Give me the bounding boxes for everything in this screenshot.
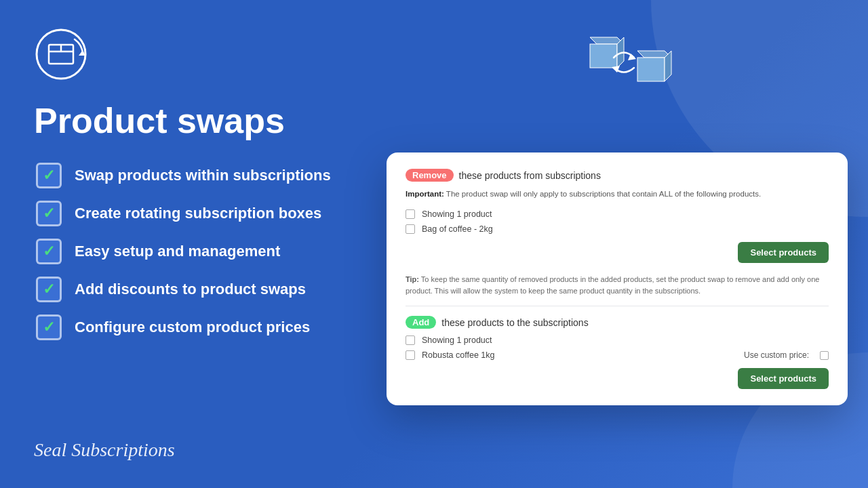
remove-product-row-0: Showing 1 product (406, 209, 829, 219)
remove-select-products-button[interactable]: Select products (738, 242, 829, 263)
brand-signature: Seal Subscriptions (34, 439, 353, 461)
custom-price-checkbox[interactable] (820, 351, 829, 360)
check-icon-rotating: ✓ (34, 199, 64, 228)
add-section-footer: Select products (406, 368, 829, 389)
check-icon-discounts: ✓ (34, 274, 64, 304)
add-section: Add these products to the subscriptions … (406, 316, 829, 389)
swap-illustration (570, 0, 678, 102)
check-icon-prices: ✓ (34, 312, 64, 342)
svg-point-0 (37, 30, 85, 79)
remove-section-footer: Select products (406, 242, 829, 263)
remove-product-checkbox-0[interactable] (406, 209, 415, 219)
remove-badge: Remove (406, 169, 454, 182)
feature-text-setup: Easy setup and management (75, 242, 280, 262)
tip-label: Tip: (406, 275, 419, 283)
remove-title-text: these products from subscriptions (459, 170, 601, 181)
check-icon-setup: ✓ (34, 237, 64, 266)
important-label: Important: (406, 190, 444, 198)
feature-text-swap: Swap products within subscriptions (75, 166, 331, 186)
left-panel: Product swaps ✓ Swap products within sub… (0, 0, 387, 488)
important-text: The product swap will only apply to subs… (446, 190, 761, 198)
remove-section: Remove these products from subscriptions… (406, 169, 829, 263)
remove-product-label-0: Showing 1 product (422, 209, 492, 219)
add-title-text: these products to the subscriptions (441, 317, 588, 328)
feature-item-discounts: ✓ Add discounts to product swaps (34, 274, 353, 304)
svg-rect-9 (637, 58, 665, 81)
add-product-row-1: Robusta coffee 1kg Use custom price: (406, 350, 829, 360)
feature-text-discounts: Add discounts to product swaps (75, 280, 306, 300)
feature-item-prices: ✓ Configure custom product prices (34, 312, 353, 342)
logo-icon (34, 27, 88, 81)
add-product-checkbox-0[interactable] (406, 336, 415, 345)
remove-product-checkbox-1[interactable] (406, 224, 415, 234)
add-select-products-button[interactable]: Select products (738, 368, 829, 389)
main-card: Remove these products from subscriptions… (387, 152, 848, 405)
feature-item-setup: ✓ Easy setup and management (34, 237, 353, 266)
check-icon-swap: ✓ (34, 161, 64, 190)
important-note: Important: The product swap will only ap… (406, 188, 829, 200)
feature-text-prices: Configure custom product prices (75, 318, 310, 338)
feature-item-rotating: ✓ Create rotating subscription boxes (34, 199, 353, 228)
add-product-row-0: Showing 1 product (406, 336, 829, 345)
add-badge: Add (406, 316, 436, 329)
feature-item-swap: ✓ Swap products within subscriptions (34, 161, 353, 190)
remove-title-row: Remove these products from subscriptions (406, 169, 829, 182)
feature-text-rotating: Create rotating subscription boxes (75, 204, 321, 224)
remove-product-label-1: Bag of coffee - 2kg (422, 224, 493, 234)
add-product-label-0: Showing 1 product (422, 336, 492, 345)
right-panel: Remove these products from subscriptions… (380, 0, 868, 488)
custom-price-label: Use custom price: (744, 350, 809, 360)
section-divider (406, 306, 829, 306)
remove-product-row-1: Bag of coffee - 2kg (406, 224, 829, 234)
page-title: Product swaps (34, 102, 353, 140)
add-title-row: Add these products to the subscriptions (406, 316, 829, 329)
tip-content: To keep the same quantity of removed pro… (406, 275, 819, 295)
add-product-checkbox-1[interactable] (406, 350, 415, 360)
svg-rect-6 (590, 44, 617, 68)
tip-text: Tip: To keep the same quantity of remove… (406, 274, 829, 296)
feature-list: ✓ Swap products within subscriptions ✓ C… (34, 161, 353, 342)
add-product-label-1: Robusta coffee 1kg (422, 350, 494, 360)
